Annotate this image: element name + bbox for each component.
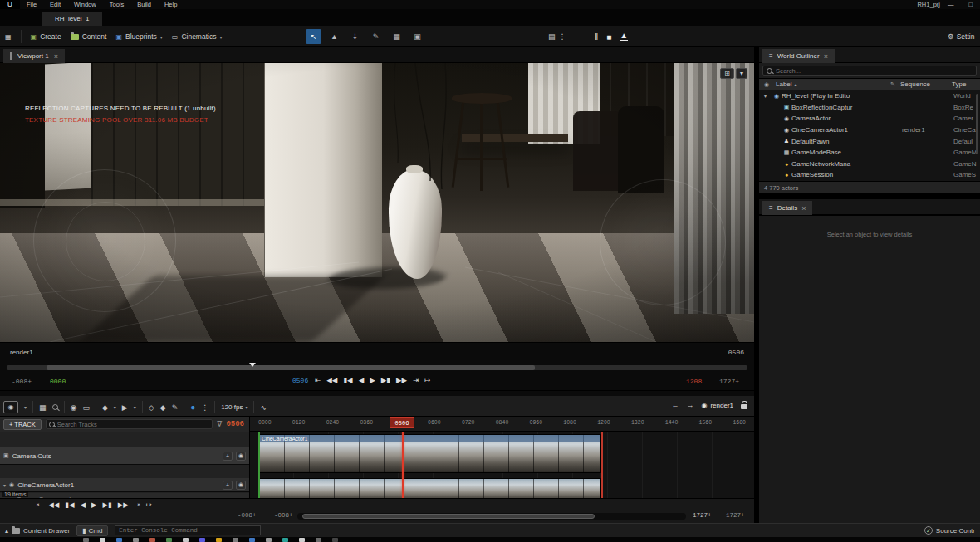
filter-icon[interactable]: ∇ — [217, 420, 222, 428]
chevron-down-icon[interactable]: ▾ — [24, 404, 27, 410]
view-range-end[interactable]: 1727+ — [693, 512, 712, 519]
transport-button[interactable]: ◀ — [80, 500, 86, 509]
scrub-track[interactable] — [7, 365, 747, 370]
transport-button[interactable]: ⇥ — [135, 500, 140, 509]
lock-icon[interactable] — [741, 404, 747, 409]
cine-camera-clip[interactable] — [258, 478, 601, 498]
viewport-layout-button[interactable]: ⊞ — [720, 68, 734, 79]
working-range-start[interactable]: -008+ — [12, 378, 32, 385]
column-type[interactable]: Type — [952, 81, 980, 88]
camera-cuts-clip[interactable]: CineCameraActor1 — [258, 434, 601, 473]
platforms-options-icon[interactable]: ⋮ — [559, 32, 566, 41]
cinematics-button[interactable]: ▭Cinematics▾ — [172, 32, 223, 41]
save-button[interactable]: ▦ — [5, 33, 12, 41]
timeline-area[interactable]: CineCameraActor1 — [250, 432, 754, 498]
track-search-box[interactable] — [46, 419, 213, 429]
taskbar-icon[interactable] — [249, 538, 255, 542]
working-range-end[interactable]: 1727+ — [726, 512, 745, 519]
timeline-ruler[interactable]: 0000012002400360048006000720084009601080… — [250, 417, 754, 432]
eye-icon[interactable]: ◉ — [764, 81, 776, 88]
nav-forward-icon[interactable]: → — [686, 401, 693, 409]
modeling-tool-button[interactable]: ▣ — [409, 29, 425, 44]
outliner-row[interactable]: ▾ ◉ RH_level (Play In Edito World — [759, 90, 980, 102]
tab-details[interactable]: ≡ Details × — [762, 201, 812, 215]
taskbar-icon[interactable] — [282, 538, 288, 542]
menu-item[interactable]: File — [20, 0, 43, 9]
working-range-end[interactable]: 1727+ — [719, 378, 739, 385]
tab-level[interactable]: RH_level_1 — [42, 12, 102, 26]
playback-range-end[interactable]: 1208 — [686, 378, 702, 385]
autokey-icon[interactable]: ◆ — [102, 403, 108, 412]
key-all-icon[interactable]: ◆ — [160, 403, 166, 412]
playback-options-caret-icon[interactable]: ▾ — [134, 404, 136, 410]
column-label[interactable]: Label▴ — [776, 81, 890, 88]
eject-button[interactable]: ▲ — [620, 32, 628, 41]
landscape-tool-button[interactable]: ▲ — [326, 29, 342, 44]
transport-button[interactable]: ⇤ — [37, 500, 42, 509]
content-button[interactable]: Content — [71, 32, 107, 41]
tab-world-outliner[interactable]: ≡ World Outliner × — [762, 49, 835, 63]
console-input-box[interactable] — [115, 525, 261, 535]
find-in-content-browser-icon[interactable] — [52, 404, 58, 410]
source-control-button[interactable]: ✓ Source Contr — [924, 526, 975, 535]
cmd-button[interactable]: ▮ Cmd — [76, 525, 108, 536]
playback-start-marker[interactable] — [258, 432, 260, 498]
transport-button[interactable]: ▶▶ — [396, 376, 407, 384]
view-range-start[interactable]: -008+ — [238, 512, 257, 519]
transport-button[interactable]: ⇤ — [315, 376, 321, 384]
autokey-options-icon[interactable]: ▾ — [114, 404, 116, 410]
transport-button[interactable]: ↦ — [424, 376, 430, 384]
outliner-row[interactable]: ♟ DefaultPawn Defaul — [759, 135, 980, 147]
brush-tool-button[interactable]: ✎ — [368, 29, 384, 44]
column-sequence[interactable]: Sequence — [900, 81, 952, 88]
settings-button[interactable]: ⚙ Settin — [948, 26, 974, 47]
close-icon[interactable]: × — [801, 204, 806, 212]
taskbar-icon[interactable] — [116, 538, 122, 542]
transport-button[interactable]: ◀◀ — [326, 376, 337, 384]
foliage-tool-button[interactable]: ⇣ — [347, 29, 363, 44]
keyframe-options-icon[interactable]: ◇ — [149, 403, 154, 412]
track-row-cine-camera[interactable]: ▾ ◉ CineCameraActor1 + ◉ — [0, 478, 249, 492]
outliner-row[interactable]: ▣ BoxReflectionCaptur BoxRe — [759, 102, 980, 114]
timeline-scrollbar[interactable] — [297, 513, 686, 520]
menu-item[interactable]: Build — [130, 0, 158, 9]
scrub-playhead-handle[interactable] — [249, 363, 256, 367]
menu-item[interactable]: Help — [158, 0, 184, 9]
edit-mode-icon[interactable]: ✎ — [172, 403, 179, 412]
fps-dropdown[interactable]: 120 fps▾ — [221, 403, 247, 411]
outliner-search-input[interactable] — [776, 67, 973, 75]
pause-button[interactable]: ‖ — [595, 32, 598, 42]
nav-back-icon[interactable]: ← — [671, 401, 679, 409]
select-tool-button[interactable]: ↖ — [306, 29, 321, 44]
close-icon[interactable]: × — [54, 52, 58, 61]
taskbar-icon[interactable] — [199, 538, 205, 542]
transport-button[interactable]: ▶▮ — [103, 500, 112, 509]
blueprints-button[interactable]: ▣Blueprints▾ — [115, 32, 162, 41]
create-camera-icon[interactable]: ◉ — [71, 403, 77, 412]
scrollbar-thumb[interactable] — [302, 514, 595, 519]
taskbar-icon[interactable] — [183, 538, 189, 542]
track-row-camera-cuts[interactable]: ▣ Camera Cuts + ◉ — [0, 447, 249, 465]
add-section-button[interactable]: + — [223, 481, 233, 490]
content-drawer-button[interactable]: ▴ Content Drawer — [5, 527, 70, 535]
sequence-breadcrumb[interactable]: ◉ render1 — [701, 402, 733, 409]
taskbar-icon[interactable] — [100, 538, 105, 542]
working-range-start[interactable]: -008+ — [274, 512, 293, 519]
add-track-button[interactable]: + TRACK — [3, 419, 42, 430]
taskbar-icon[interactable] — [332, 538, 338, 542]
taskbar-icon[interactable] — [216, 538, 222, 542]
add-camera-cut-button[interactable]: + — [223, 452, 233, 461]
transport-button[interactable]: ↦ — [146, 500, 152, 509]
create-button[interactable]: ▣Create — [31, 32, 61, 41]
transport-button[interactable]: ⇥ — [413, 376, 419, 384]
transport-button[interactable]: ◀ — [359, 376, 365, 384]
viewport-options-dropdown[interactable]: ▾ — [736, 68, 747, 79]
console-input[interactable] — [119, 527, 257, 534]
outliner-row[interactable]: ● GameSession GameS — [759, 169, 980, 181]
taskbar-icon[interactable] — [83, 538, 89, 542]
menu-item[interactable]: Edit — [43, 0, 67, 9]
playback-options-icon[interactable]: ▶ — [122, 403, 128, 412]
sequencer-current-time[interactable]: 0506 — [226, 420, 246, 428]
taskbar-icon[interactable] — [266, 538, 272, 542]
outliner-search-box[interactable] — [762, 66, 977, 76]
